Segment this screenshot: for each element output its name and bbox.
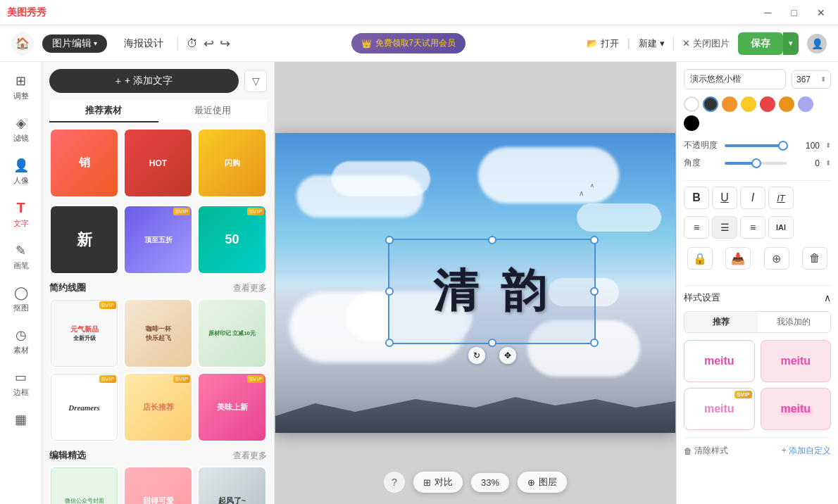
color-purple[interactable] <box>798 96 813 112</box>
style-tab-recommended[interactable]: 推荐 <box>684 312 758 332</box>
tool-paint[interactable]: ✎ 画笔 <box>3 237 39 277</box>
sticker-tiande[interactable]: 甜得可爱 <box>123 466 193 504</box>
color-white[interactable] <box>684 96 699 112</box>
user-avatar[interactable]: 👤 <box>807 34 827 53</box>
bold-button[interactable]: B <box>684 187 709 209</box>
new-button[interactable]: 新建 ▾ <box>639 37 665 50</box>
color-yellow[interactable] <box>741 96 756 112</box>
handle-top-left[interactable] <box>385 236 394 244</box>
handle-bottom-left[interactable] <box>385 339 394 347</box>
text-selection-box[interactable]: 清 韵 ↻ ✥ <box>388 239 596 344</box>
more-bianji[interactable]: 查看更多 <box>233 450 267 462</box>
home-button[interactable]: 🏠 <box>11 32 34 55</box>
tab-recent[interactable]: 最近使用 <box>158 100 268 122</box>
sticker-new[interactable]: 新 <box>49 205 119 275</box>
tool-portrait[interactable]: 👤 人像 <box>3 152 39 191</box>
tool-adjust[interactable]: ⊞ 调整 <box>3 68 39 107</box>
color-darkblack[interactable] <box>684 115 699 131</box>
color-red[interactable] <box>760 96 775 112</box>
handle-middle-left[interactable] <box>385 287 394 296</box>
style-swatch-3[interactable]: SVIP meitu <box>684 388 755 430</box>
handle-bottom-middle[interactable] <box>488 339 496 347</box>
font-selector[interactable]: 演示悠然小楷 <box>684 69 786 89</box>
bird-1: ∧ <box>579 189 584 197</box>
opacity-thumb[interactable] <box>778 141 788 151</box>
tool-text[interactable]: T 文字 <box>3 194 39 234</box>
handle-middle-right[interactable] <box>590 287 599 296</box>
layer-button[interactable]: ⊕ 图层 <box>518 472 567 493</box>
style-swatch-2[interactable]: meitu <box>761 340 832 382</box>
sticker-promo3[interactable]: 闪购 <box>197 128 267 198</box>
angle-thumb[interactable] <box>751 158 761 168</box>
layers-button[interactable]: ⊕ <box>764 247 789 270</box>
minimize-button[interactable]: ─ <box>759 6 777 20</box>
style-swatch-1[interactable]: meitu <box>684 340 755 382</box>
clear-style-button[interactable]: 🗑 清除样式 <box>684 445 728 457</box>
maximize-button[interactable]: □ <box>786 6 803 20</box>
sticker-50[interactable]: SVIP 50 <box>197 205 267 275</box>
add-text-button[interactable]: + + 添加文字 <box>49 69 239 93</box>
close-button[interactable]: ✕ <box>811 6 831 20</box>
nav-image-edit[interactable]: 图片编辑▾ <box>42 34 107 53</box>
tool-mosaic[interactable]: ▦ <box>3 406 39 435</box>
color-orange[interactable] <box>722 96 737 112</box>
color-amber[interactable] <box>779 96 794 112</box>
embed-button[interactable]: 📥 <box>725 247 751 270</box>
compare-button[interactable]: ⊞ 对比 <box>413 472 463 493</box>
add-custom-button[interactable]: + 添加自定义 <box>782 445 831 457</box>
sticker-yuancai[interactable]: 原材印记 立减10元 <box>197 298 267 368</box>
sticker-qifengle[interactable]: 起风了~ <box>197 466 267 504</box>
help-button[interactable]: ? <box>384 472 405 493</box>
sticker-weixin[interactable]: 微信公众号封面 <box>49 466 119 504</box>
sticker-promo2[interactable]: HOT <box>123 128 193 198</box>
vip-button[interactable]: 👑 免费领取7天试用会员 <box>351 33 466 53</box>
history-button[interactable]: ⏱ <box>187 37 198 50</box>
sticker-dianzhang[interactable]: SVIP 店长推荐 <box>123 372 193 442</box>
align-center-button[interactable]: ☰ <box>712 216 737 239</box>
sticker-promo1[interactable]: 销 <box>49 128 119 198</box>
lock-button[interactable]: 🔒 <box>687 247 713 270</box>
zoom-display[interactable]: 33% <box>471 473 509 492</box>
color-black[interactable] <box>703 96 718 112</box>
close-image-button[interactable]: ✕ 关闭图片 <box>682 37 730 50</box>
open-button[interactable]: 📂 打开 <box>587 37 619 50</box>
redo-button[interactable]: ↪ <box>220 36 230 51</box>
tool-cutout[interactable]: ◯ 抠图 <box>3 279 39 319</box>
font-size-input[interactable]: 367 ⬍ <box>792 70 831 89</box>
sticker-yuanqi[interactable]: SVIP 元气新品全新升级 <box>49 298 119 368</box>
angle-slider[interactable] <box>725 162 787 165</box>
style-tab-custom[interactable]: 我添加的 <box>758 312 831 332</box>
save-button[interactable]: 保存 <box>738 32 783 55</box>
opacity-slider[interactable] <box>725 144 787 147</box>
sticker-kafei[interactable]: 咖啡一杯快乐起飞 <box>123 298 193 368</box>
move-handle[interactable]: ✥ <box>499 347 516 364</box>
tool-frame[interactable]: ▭ 边框 <box>3 364 39 403</box>
tab-recommended[interactable]: 推荐素材 <box>49 100 158 122</box>
window-controls[interactable]: ─ □ ✕ <box>759 6 831 20</box>
tool-filter[interactable]: ◈ 滤镜 <box>3 110 39 149</box>
underline-button[interactable]: U <box>712 187 737 209</box>
rotate-handle[interactable]: ↻ <box>468 347 485 364</box>
align-right-button[interactable]: ≡ <box>740 216 765 239</box>
handle-top-right[interactable] <box>590 236 599 244</box>
sticker-meiwei[interactable]: SVIP 美味上新 <box>197 372 267 442</box>
align-left-button[interactable]: ≡ <box>684 216 709 239</box>
delete-button[interactable]: 🗑 <box>802 247 827 270</box>
tool-material[interactable]: ◷ 素材 <box>3 322 39 361</box>
nav-poster-design[interactable]: 海报设计 <box>118 34 169 53</box>
panel-tabs: 推荐素材 最近使用 <box>49 100 267 122</box>
canvas-container[interactable]: ∧ ∧ 清 韵 ↻ ✥ <box>275 133 675 433</box>
sticker-wuling[interactable]: SVIP 顶至五折 <box>123 205 193 275</box>
italic-button[interactable]: I <box>740 187 765 209</box>
italic-underline-button[interactable]: IT <box>768 187 794 209</box>
style-swatch-4[interactable]: meitu <box>761 388 832 430</box>
handle-bottom-right[interactable] <box>590 339 599 347</box>
more-jianyue[interactable]: 查看更多 <box>233 282 267 294</box>
style-collapse-button[interactable]: ∧ <box>824 292 831 303</box>
handle-top-middle[interactable] <box>488 236 496 244</box>
save-dropdown-button[interactable]: ▾ <box>783 32 799 55</box>
undo-button[interactable]: ↩ <box>204 36 214 51</box>
panel-filter-button[interactable]: ▽ <box>244 70 267 92</box>
ai-button[interactable]: lAl <box>768 216 794 239</box>
sticker-dreamers[interactable]: SVIP Dreamers <box>49 372 119 442</box>
